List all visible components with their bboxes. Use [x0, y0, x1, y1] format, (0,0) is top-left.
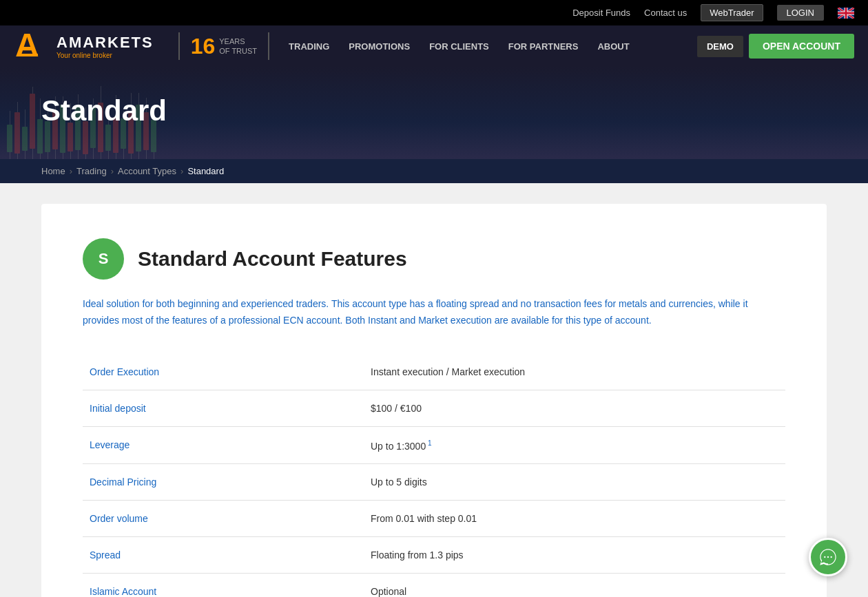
features-title: Standard Account Features	[138, 247, 407, 271]
breadcrumb: Home › Trading › Account Types › Standar…	[41, 166, 827, 176]
hero-section: Standard	[0, 67, 868, 159]
chat-icon	[818, 547, 838, 567]
table-row: Decimal PricingUp to 5 digits	[83, 464, 785, 501]
hero-title: Standard	[41, 94, 827, 127]
feature-value: From 0.01 with step 0.01	[364, 501, 785, 537]
logo-tagline: Your online broker	[56, 52, 154, 59]
logo-text: AMARKETS Your online broker	[56, 34, 154, 59]
svg-point-3	[824, 556, 825, 558]
breadcrumb-home[interactable]: Home	[41, 166, 65, 176]
feature-label: Spread	[83, 537, 364, 574]
demo-button[interactable]: DEMO	[697, 36, 743, 57]
features-icon: S	[83, 238, 124, 280]
nav-for-clients[interactable]: FOR CLIENTS	[421, 36, 497, 57]
table-row: SpreadFloating from 1.3 pips	[83, 537, 785, 574]
feature-value: Floating from 1.3 pips	[364, 537, 785, 574]
candle-2	[14, 102, 20, 159]
content-card: S Standard Account Features Ideal soluti…	[41, 204, 827, 597]
feature-value: Instant execution / Market execution	[364, 354, 785, 390]
nav-for-partners[interactable]: FOR PARTNERS	[500, 36, 587, 57]
table-row: Order ExecutionInstant execution / Marke…	[83, 354, 785, 390]
top-bar: Deposit Funds Contact us WebTrader LOGIN	[0, 0, 868, 25]
table-row: Islamic AccountOptional	[83, 574, 785, 597]
table-row: Order volumeFrom 0.01 with step 0.01	[83, 501, 785, 537]
breadcrumb-sep-3: ›	[180, 166, 183, 176]
nav-promotions[interactable]: PROMOTIONS	[340, 36, 418, 57]
features-description: Ideal solution for both beginning and ex…	[83, 296, 785, 329]
svg-point-4	[827, 556, 829, 558]
feature-label: Leverage	[83, 426, 364, 464]
language-flag[interactable]	[838, 8, 854, 19]
feature-label: Order volume	[83, 501, 364, 537]
features-table: Order ExecutionInstant execution / Marke…	[83, 354, 785, 597]
contact-link[interactable]: Contact us	[644, 8, 687, 18]
logo-svg: A	[14, 28, 48, 65]
years-badge: 16 YEARS OF TRUST	[178, 32, 269, 60]
candle-1	[7, 111, 12, 159]
open-account-button[interactable]: OPEN ACCOUNT	[749, 34, 854, 59]
years-text: YEARS OF TRUST	[219, 36, 257, 56]
nav-links: TRADING PROMOTIONS FOR CLIENTS FOR PARTN…	[280, 36, 697, 57]
feature-label: Decimal Pricing	[83, 464, 364, 501]
svg-rect-2	[21, 54, 38, 56]
table-row: LeverageUp to 1:3000 1	[83, 426, 785, 464]
main-nav: A AMARKETS Your online broker 16 YEARS O…	[0, 25, 868, 67]
nav-about[interactable]: ABOUT	[589, 36, 637, 57]
logo-name: AMARKETS	[56, 34, 154, 52]
feature-label: Islamic Account	[83, 574, 364, 597]
candle-4	[30, 87, 35, 159]
content-area: S Standard Account Features Ideal soluti…	[0, 183, 868, 597]
feature-label: Initial deposit	[83, 390, 364, 426]
breadcrumb-account-types[interactable]: Account Types	[118, 166, 176, 176]
nav-trading[interactable]: TRADING	[280, 36, 338, 57]
feature-value: $100 / €100	[364, 390, 785, 426]
breadcrumb-bar: Home › Trading › Account Types › Standar…	[0, 159, 868, 183]
login-button[interactable]: LOGIN	[777, 5, 824, 21]
deposit-link[interactable]: Deposit Funds	[572, 8, 630, 18]
svg-text:A: A	[15, 28, 39, 63]
feature-label: Order Execution	[83, 354, 364, 390]
breadcrumb-trading[interactable]: Trading	[76, 166, 107, 176]
chat-button[interactable]	[809, 538, 847, 576]
years-number: 16	[191, 34, 216, 59]
feature-value: Optional	[364, 574, 785, 597]
table-row: Initial deposit$100 / €100	[83, 390, 785, 426]
breadcrumb-sep-1: ›	[70, 166, 72, 176]
candle-3	[22, 109, 28, 159]
features-header: S Standard Account Features	[83, 238, 785, 280]
logo-area: A AMARKETS Your online broker	[14, 28, 154, 65]
breadcrumb-current: Standard	[187, 166, 224, 176]
webtrader-button[interactable]: WebTrader	[701, 4, 763, 21]
feature-value: Up to 5 digits	[364, 464, 785, 501]
feature-value: Up to 1:3000 1	[364, 426, 785, 464]
svg-point-5	[831, 556, 832, 558]
breadcrumb-sep-2: ›	[111, 166, 114, 176]
